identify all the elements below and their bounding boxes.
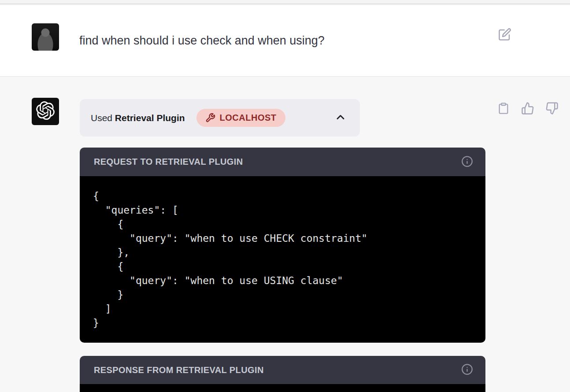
openai-logo-icon <box>36 101 55 122</box>
collapse-button[interactable] <box>334 111 347 125</box>
info-circle-icon <box>461 155 473 169</box>
request-json: { "queries": [ { "query": "when to use C… <box>93 189 472 330</box>
edit-pencil-square-icon <box>498 28 511 42</box>
chat-page: { "user_message": { "text": "find when s… <box>0 0 570 392</box>
request-panel-header: REQUEST TO RETRIEVAL PLUGIN <box>80 148 485 176</box>
clipboard-icon <box>497 102 510 116</box>
info-circle-icon <box>461 363 473 377</box>
plugin-name: Retrieval Plugin <box>115 113 185 123</box>
request-info-button[interactable] <box>461 155 473 169</box>
thumbs-down-icon <box>545 102 559 116</box>
user-message-row: find when should i use check and when us… <box>0 5 570 77</box>
user-message-text: find when should i use check and when us… <box>79 33 325 48</box>
previous-message-edge <box>0 0 570 4</box>
wrench-icon <box>205 113 215 123</box>
message-actions <box>497 101 559 116</box>
thumbs-up-icon <box>521 102 534 116</box>
thumbs-down-button[interactable] <box>545 101 559 116</box>
plugin-usage-toggle[interactable]: Used Retrieval Plugin LOCALHOST <box>80 99 360 137</box>
response-panel-title: RESPONSE FROM RETRIEVAL PLUGIN <box>94 365 264 375</box>
localhost-badge-label: LOCALHOST <box>220 113 277 123</box>
response-code-block[interactable] <box>80 384 485 392</box>
request-code-block[interactable]: { "queries": [ { "query": "when to use C… <box>80 176 485 343</box>
thumbs-up-button[interactable] <box>521 101 534 116</box>
user-avatar <box>32 23 59 51</box>
response-info-button[interactable] <box>461 363 473 377</box>
copy-button[interactable] <box>497 101 510 116</box>
request-panel: REQUEST TO RETRIEVAL PLUGIN { "queries":… <box>80 148 485 343</box>
chevron-up-icon <box>334 111 347 125</box>
localhost-badge: LOCALHOST <box>196 109 285 127</box>
response-panel-header: RESPONSE FROM RETRIEVAL PLUGIN <box>80 356 485 384</box>
plugin-used-label: Used <box>91 113 115 123</box>
edit-message-button[interactable] <box>497 27 512 42</box>
response-panel: RESPONSE FROM RETRIEVAL PLUGIN <box>80 356 485 392</box>
request-panel-title: REQUEST TO RETRIEVAL PLUGIN <box>94 157 243 167</box>
assistant-message-row: Used Retrieval Plugin LOCALHOST <box>0 77 570 392</box>
assistant-avatar <box>32 98 59 125</box>
